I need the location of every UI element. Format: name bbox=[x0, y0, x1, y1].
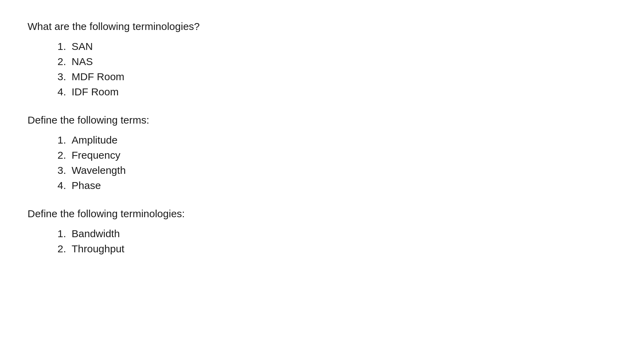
section-1: What are the following terminologies?1.S… bbox=[28, 21, 616, 98]
list-item: 4.IDF Room bbox=[55, 86, 616, 98]
list-item-text: Wavelength bbox=[72, 165, 126, 176]
list-number: 3. bbox=[55, 71, 66, 83]
list-item-text: NAS bbox=[72, 56, 93, 67]
list-item: 1.Bandwidth bbox=[55, 228, 616, 240]
list-item-text: IDF Room bbox=[72, 86, 119, 98]
list-item: 1.SAN bbox=[55, 41, 616, 52]
list-number: 2. bbox=[55, 243, 66, 255]
list-number: 3. bbox=[55, 165, 66, 176]
list-item: 2.NAS bbox=[55, 56, 616, 67]
section-heading-3: Define the following terminologies: bbox=[28, 208, 616, 220]
list-item: 3.Wavelength bbox=[55, 165, 616, 176]
list-item: 3.MDF Room bbox=[55, 71, 616, 83]
list-item-text: Phase bbox=[72, 180, 101, 191]
list-item: 4.Phase bbox=[55, 180, 616, 191]
list-number: 4. bbox=[55, 86, 66, 98]
list-3: 1.Bandwidth2.Throughput bbox=[28, 228, 616, 255]
section-3: Define the following terminologies:1.Ban… bbox=[28, 208, 616, 255]
section-2: Define the following terms:1.Amplitude2.… bbox=[28, 114, 616, 191]
list-item-text: Throughput bbox=[72, 243, 124, 255]
list-number: 4. bbox=[55, 180, 66, 191]
list-item-text: SAN bbox=[72, 41, 93, 52]
list-item: 2.Throughput bbox=[55, 243, 616, 255]
list-number: 2. bbox=[55, 56, 66, 67]
list-number: 1. bbox=[55, 134, 66, 146]
list-item-text: Amplitude bbox=[72, 134, 117, 146]
section-heading-2: Define the following terms: bbox=[28, 114, 616, 126]
list-number: 2. bbox=[55, 149, 66, 161]
list-item: 1.Amplitude bbox=[55, 134, 616, 146]
list-item-text: MDF Room bbox=[72, 71, 124, 83]
list-item-text: Bandwidth bbox=[72, 228, 120, 240]
list-number: 1. bbox=[55, 228, 66, 240]
list-2: 1.Amplitude2.Frequency3.Wavelength4.Phas… bbox=[28, 134, 616, 191]
list-number: 1. bbox=[55, 41, 66, 52]
page-content: What are the following terminologies?1.S… bbox=[28, 21, 616, 255]
list-1: 1.SAN2.NAS3.MDF Room4.IDF Room bbox=[28, 41, 616, 98]
list-item: 2.Frequency bbox=[55, 149, 616, 161]
list-item-text: Frequency bbox=[72, 149, 120, 161]
section-heading-1: What are the following terminologies? bbox=[28, 21, 616, 32]
